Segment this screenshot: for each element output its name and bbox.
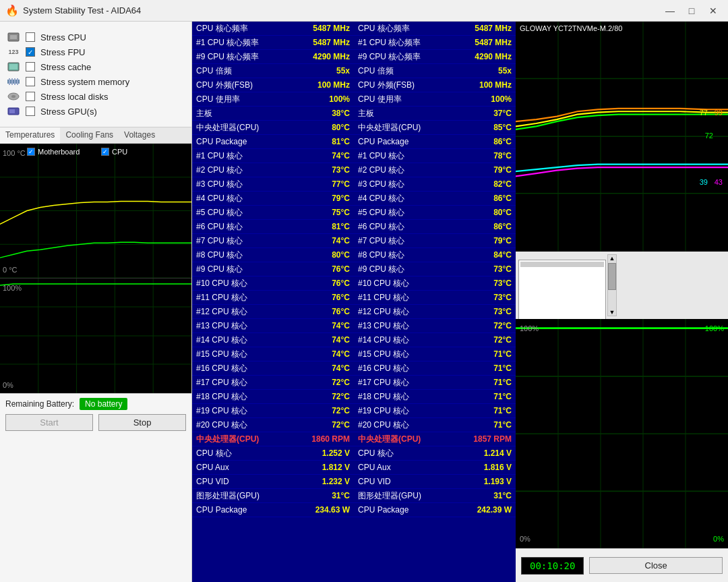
left-table-row: CPU Package234.63 W	[192, 503, 354, 517]
stress-gpu-label: Stress GPU(s)	[40, 107, 97, 117]
temp-max-label: 100 °C	[3, 149, 26, 158]
temperature-chart: 100 °C 0 °C ✓ Motherboard ✓ CPU	[0, 144, 191, 279]
cpu-check[interactable]: ✓ CPU	[101, 148, 127, 156]
close-panel-button[interactable]: Close	[589, 557, 723, 574]
stress-fpu-label: Stress FPU	[40, 47, 85, 57]
right-table-row: #5 CPU 核心80°C	[354, 206, 516, 220]
chart-value-39: 39	[700, 178, 708, 186]
right-table-row: 中央处理器(CPU)1857 RPM	[354, 432, 516, 446]
left-table-row: #12 CPU 核心76°C	[192, 305, 354, 319]
right-table-row: CPU VID1.193 V	[354, 475, 516, 489]
right-table-row: #7 CPU 核心79°C	[354, 234, 516, 248]
left-table-row: #3 CPU 核心77°C	[192, 177, 354, 192]
left-table-row: CPU Package81°C	[192, 135, 354, 149]
util-100-right: 100%	[705, 324, 724, 332]
stress-cache-label: Stress cache	[40, 62, 91, 72]
left-table-row: CPU 使用率100%	[192, 92, 354, 107]
stress-gpu-checkbox[interactable]	[26, 107, 35, 116]
scroll-down[interactable]: ▼	[609, 309, 615, 316]
stress-gpu-item: Stress GPU(s)	[7, 104, 185, 119]
temp-min-label: 0 °C	[3, 266, 18, 274]
left-table-row: #13 CPU 核心74°C	[192, 319, 354, 333]
left-table-row: #1 CPU 核心频率5487 MHz	[192, 36, 354, 50]
right-table-row: #2 CPU 核心79°C	[354, 163, 516, 177]
left-table-row: #6 CPU 核心81°C	[192, 220, 354, 234]
svg-rect-12	[9, 109, 15, 113]
right-table-row: 图形处理器(GPU)31°C	[354, 489, 516, 503]
minimize-button[interactable]: —	[661, 4, 679, 18]
right-table-row: #11 CPU 核心73°C	[354, 291, 516, 305]
utilization-chart: 100% 0%	[0, 279, 191, 393]
cpu-label: CPU	[112, 148, 127, 156]
svg-rect-5	[9, 78, 10, 85]
left-table-row: #4 CPU 核心79°C	[192, 192, 354, 206]
right-table-row: #1 CPU 核心78°C	[354, 149, 516, 163]
right-data-table: CPU 核心频率5487 MHz#1 CPU 核心频率5487 MHz#9 CP…	[354, 22, 516, 582]
motherboard-check[interactable]: ✓ Motherboard	[27, 148, 80, 156]
left-table-row: #19 CPU 核心72°C	[192, 404, 354, 418]
scroll-up[interactable]: ▲	[609, 255, 615, 262]
svg-rect-7	[14, 78, 16, 85]
util-min-label: 0%	[3, 381, 13, 389]
stress-disks-label: Stress local disks	[40, 92, 108, 102]
stress-cache-checkbox[interactable]	[26, 62, 35, 71]
right-table-row: #10 CPU 核心73°C	[354, 277, 516, 291]
battery-label: Remaining Battery:	[5, 399, 74, 409]
stress-cpu-checkbox[interactable]	[26, 32, 35, 42]
stop-button[interactable]: Stop	[98, 414, 186, 431]
right-table-row: #19 CPU 核心71°C	[354, 404, 516, 418]
left-table-row: #14 CPU 核心74°C	[192, 333, 354, 347]
scroll-thumb[interactable]	[608, 263, 616, 290]
right-table-row: #17 CPU 核心71°C	[354, 376, 516, 390]
right-table-row: CPU 核心1.214 V	[354, 446, 516, 461]
left-table-row: #16 CPU 核心74°C	[192, 361, 354, 376]
stress-disks-checkbox[interactable]	[26, 92, 35, 101]
left-table-row: CPU 倍频55x	[192, 64, 354, 78]
right-table-row: #4 CPU 核心86°C	[354, 192, 516, 206]
stress-memory-checkbox[interactable]	[26, 77, 35, 86]
left-table-row: CPU Aux1.812 V	[192, 461, 354, 475]
stress-memory-item: Stress system memory	[7, 74, 185, 89]
left-table-row: 中央处理器(CPU)80°C	[192, 121, 354, 135]
svg-rect-3	[9, 64, 18, 69]
chart-value-72: 72	[705, 132, 713, 140]
left-table-row: #10 CPU 核心76°C	[192, 277, 354, 291]
tab-voltages[interactable]: Voltages	[119, 127, 160, 143]
left-table-row: #1 CPU 核心74°C	[192, 149, 354, 163]
battery-value: No battery	[80, 398, 127, 410]
stress-disks-item: Stress local disks	[7, 89, 185, 104]
svg-point-10	[11, 95, 16, 98]
chart-value-43: 43	[715, 178, 723, 186]
timer-display: 00:10:20	[521, 557, 584, 575]
left-table-row: #9 CPU 核心76°C	[192, 262, 354, 277]
cache-icon	[7, 61, 20, 72]
right-table-row: CPU 使用率100%	[354, 92, 516, 107]
right-table-row: 主板37°C	[354, 107, 516, 121]
right-table-row: #1 CPU 核心频率5487 MHz	[354, 36, 516, 50]
disks-icon	[7, 91, 20, 102]
right-table-row: CPU 核心频率5487 MHz	[354, 22, 516, 36]
left-table-row: #9 CPU 核心频率4290 MHz	[192, 50, 354, 64]
svg-rect-6	[11, 78, 13, 85]
tab-cooling-fans[interactable]: Cooling Fans	[60, 127, 119, 143]
app-window: 🔥 System Stability Test - AIDA64 — □ ✕ S…	[0, 0, 728, 582]
cpu-icon	[7, 32, 20, 42]
maximize-button[interactable]: □	[682, 4, 701, 18]
left-table-row: 主板38°C	[192, 107, 354, 121]
tab-temperatures[interactable]: Temperatures	[0, 127, 60, 144]
left-table-row: #5 CPU 核心75°C	[192, 206, 354, 220]
stress-options: Stress CPU 123 ✓ Stress FPU Stress cache	[0, 27, 191, 121]
window-title: System Stability Test - AIDA64	[23, 5, 141, 16]
svg-rect-1	[10, 35, 17, 39]
stress-fpu-checkbox[interactable]: ✓	[26, 47, 35, 57]
right-table-row: #9 CPU 核心频率4290 MHz	[354, 50, 516, 64]
left-table-row: CPU 外频(FSB)100 MHz	[192, 78, 354, 92]
chart-value-99: 99	[715, 109, 723, 117]
right-table-row: #14 CPU 核心72°C	[354, 333, 516, 347]
left-table-row: CPU VID1.232 V	[192, 475, 354, 489]
left-table-row: #20 CPU 核心72°C	[192, 418, 354, 432]
close-button[interactable]: ✕	[704, 4, 723, 18]
right-table-row: #20 CPU 核心71°C	[354, 418, 516, 432]
start-button[interactable]: Start	[5, 414, 93, 431]
right-table-row: #12 CPU 核心73°C	[354, 305, 516, 319]
